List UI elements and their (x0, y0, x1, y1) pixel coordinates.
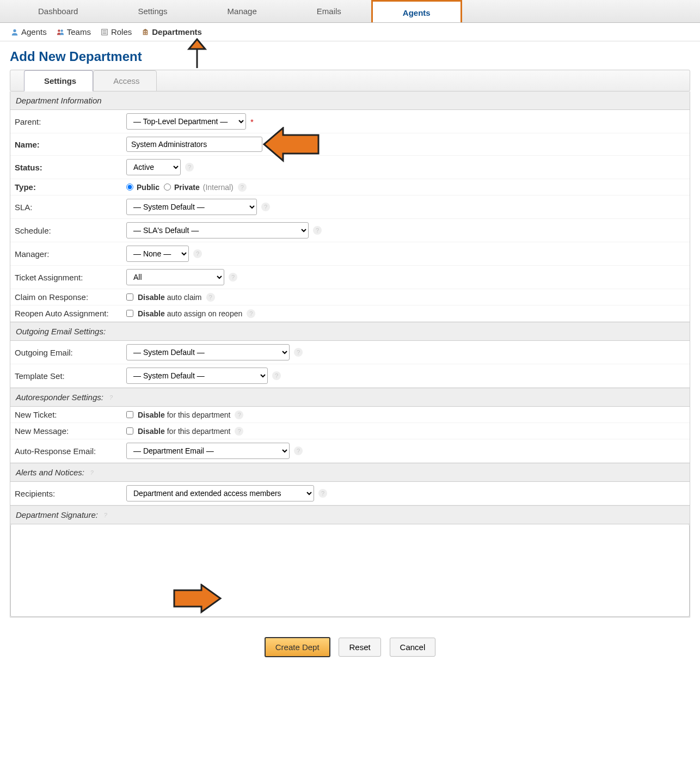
reset-button[interactable]: Reset (339, 638, 380, 657)
help-icon[interactable] (313, 226, 322, 235)
subnav-agents-label: Agents (21, 27, 47, 36)
arrow-annotation-icon (171, 584, 223, 614)
label-reopen: Reopen Auto Assignment: (15, 309, 126, 318)
tab-agents[interactable]: Agents (371, 0, 462, 22)
svg-rect-8 (144, 31, 145, 32)
help-icon[interactable] (235, 411, 243, 419)
subnav-departments[interactable]: Departments (142, 27, 202, 36)
label-sla: SLA: (15, 203, 126, 212)
label-name: Name: (15, 140, 126, 149)
radio-public[interactable] (126, 183, 133, 191)
section-autoresponder: Autoresponder Settings: (10, 388, 690, 407)
help-icon[interactable] (238, 183, 247, 192)
help-icon[interactable] (294, 348, 303, 357)
help-icon[interactable] (318, 489, 327, 498)
svg-point-0 (13, 29, 16, 32)
button-row: Create Dept Reset Cancel (0, 627, 700, 674)
help-icon[interactable] (193, 249, 202, 258)
help-icon[interactable] (229, 273, 237, 282)
cancel-button[interactable]: Cancel (390, 638, 436, 657)
svg-rect-11 (146, 33, 147, 34)
label-parent: Parent: (15, 117, 126, 126)
form-tab-access[interactable]: Access (93, 70, 156, 91)
select-template-set[interactable]: — System Default — (126, 368, 268, 384)
required-icon: * (250, 117, 254, 126)
select-outgoing-email[interactable]: — System Default — (126, 344, 290, 360)
input-name[interactable] (126, 137, 262, 152)
section-department-info: Department Information (10, 91, 690, 110)
tab-dashboard[interactable]: Dashboard (8, 0, 108, 22)
help-icon[interactable] (185, 163, 194, 172)
select-schedule[interactable]: — SLA's Default — (126, 222, 309, 238)
new-ticket-text: for this department (165, 411, 231, 419)
help-icon[interactable] (107, 393, 115, 402)
form-tabs: Settings Access (10, 70, 690, 91)
arrow-annotation-icon (261, 127, 321, 162)
label-public: Public (137, 183, 159, 192)
label-ticket-assignment: Ticket Assignment: (15, 273, 126, 282)
subnav-roles-label: Roles (111, 27, 132, 36)
form-area: Department Information Parent: — Top-Lev… (10, 91, 690, 617)
select-manager[interactable]: — None — (126, 246, 189, 262)
svg-rect-9 (146, 31, 147, 32)
top-nav: Dashboard Settings Manage Emails Agents (0, 0, 700, 23)
help-icon[interactable] (88, 468, 96, 477)
select-status[interactable]: Active (126, 159, 181, 175)
label-new-ticket: New Ticket: (15, 410, 126, 419)
tab-emails[interactable]: Emails (287, 0, 371, 22)
label-auto-response-email: Auto-Response Email: (15, 446, 126, 456)
select-parent[interactable]: — Top-Level Department — (126, 113, 246, 130)
subnav-departments-label: Departments (152, 27, 202, 36)
help-icon[interactable] (206, 293, 215, 302)
label-private: Private (174, 183, 200, 192)
person-icon (11, 28, 19, 36)
section-outgoing: Outgoing Email Settings: (10, 322, 690, 341)
help-icon[interactable] (294, 446, 303, 455)
tab-manage[interactable]: Manage (198, 0, 287, 22)
label-recipients: Recipients: (15, 489, 126, 498)
label-template-set: Template Set: (15, 371, 126, 381)
help-icon[interactable] (272, 371, 281, 380)
subnav-agents[interactable]: Agents (11, 27, 47, 36)
create-dept-button[interactable]: Create Dept (265, 637, 330, 657)
checkbox-claim[interactable] (126, 293, 133, 301)
label-status: Status: (15, 163, 126, 172)
claim-text: auto claim (165, 293, 202, 302)
section-signature: Department Signature: (10, 505, 690, 524)
checkbox-reopen[interactable] (126, 310, 133, 317)
select-auto-response-email[interactable]: — Department Email — (126, 443, 290, 459)
checkbox-new-ticket[interactable] (126, 411, 133, 418)
help-icon[interactable] (261, 203, 270, 211)
select-sla[interactable]: — System Default — (126, 199, 257, 215)
checkbox-new-message[interactable] (126, 427, 133, 435)
help-icon[interactable] (235, 427, 243, 436)
label-internal: (Internal) (203, 183, 234, 192)
list-icon (101, 28, 108, 36)
label-claim: Claim on Response: (15, 292, 126, 302)
people-icon (57, 28, 64, 36)
svg-rect-7 (143, 30, 148, 35)
form-tab-settings[interactable]: Settings (24, 70, 93, 91)
label-type: Type: (15, 182, 126, 192)
subnav-teams[interactable]: Teams (57, 27, 91, 36)
help-icon[interactable] (247, 309, 255, 318)
disable-word: Disable (138, 411, 165, 419)
form-tab-settings-label: Settings (44, 76, 76, 85)
help-icon[interactable] (101, 511, 110, 519)
label-manager: Manager: (15, 249, 126, 259)
disable-word: Disable (138, 309, 165, 318)
sub-nav: Agents Teams Roles Departments (0, 23, 700, 41)
disable-word: Disable (138, 293, 165, 302)
select-recipients[interactable]: Department and extended access members (126, 485, 314, 501)
arrow-annotation-icon (182, 38, 212, 71)
label-outgoing-email: Outgoing Email: (15, 348, 126, 357)
building-icon (142, 28, 149, 36)
select-ticket-assignment[interactable]: All (126, 269, 224, 285)
form-tab-access-label: Access (113, 76, 139, 85)
radio-private[interactable] (164, 183, 171, 191)
page-title: Add New Department (0, 41, 700, 70)
tab-settings[interactable]: Settings (108, 0, 197, 22)
textarea-signature[interactable] (10, 524, 690, 617)
subnav-roles[interactable]: Roles (101, 27, 132, 36)
svg-point-1 (58, 29, 60, 32)
